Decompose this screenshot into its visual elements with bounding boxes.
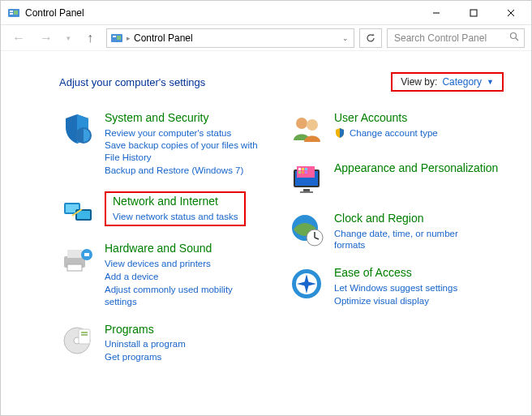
link-uninstall-program[interactable]: Uninstall a program (105, 338, 186, 350)
titlebar: Control Panel (1, 1, 531, 25)
category-hardware-sound: Hardware and Sound View devices and prin… (59, 242, 274, 307)
svg-rect-40 (303, 189, 310, 191)
svg-rect-9 (113, 36, 116, 37)
category-title[interactable]: Programs (105, 323, 186, 337)
category-title[interactable]: User Accounts (334, 111, 438, 126)
left-column: System and Security Review your computer… (59, 111, 274, 378)
svg-rect-38 (302, 171, 304, 174)
svg-rect-3 (14, 11, 18, 15)
viewby-value: Category (442, 76, 482, 88)
svg-point-29 (296, 118, 307, 129)
category-title[interactable]: Clock and Region (334, 212, 488, 226)
link-get-programs[interactable]: Get programs (105, 351, 186, 363)
viewby-label: View by: (401, 76, 437, 88)
category-network-internet: Network and Internet View network status… (59, 191, 274, 227)
svg-rect-27 (81, 332, 88, 333)
svg-rect-39 (305, 171, 307, 174)
chevron-down-icon: ▼ (487, 78, 494, 86)
svg-rect-20 (67, 250, 82, 258)
chevron-right-icon: ▸ (127, 34, 131, 42)
svg-rect-36 (305, 168, 307, 170)
svg-point-30 (307, 119, 318, 131)
svg-rect-23 (84, 253, 89, 256)
search-box[interactable] (387, 28, 525, 48)
network-icon (59, 191, 95, 227)
svg-point-48 (304, 281, 309, 286)
category-clock-region: Clock and Region Change date, time, or n… (289, 212, 504, 251)
content: Adjust your computer's settings View by:… (1, 51, 531, 394)
address-bar: ← → ▾ ↑ ▸ Control Panel ⌄ (1, 25, 531, 51)
svg-rect-5 (470, 10, 477, 16)
globe-clock-icon (289, 212, 324, 247)
page-heading: Adjust your computer's settings (59, 76, 205, 88)
svg-line-12 (516, 38, 518, 41)
link-optimize-display[interactable]: Optimize visual display (334, 295, 457, 307)
svg-rect-26 (79, 329, 90, 344)
disc-icon (59, 323, 95, 358)
breadcrumb-text: Control Panel (134, 32, 193, 44)
search-icon (509, 32, 519, 44)
link-file-history[interactable]: Save backup copies of your files with Fi… (105, 139, 259, 164)
ease-of-access-icon (289, 266, 324, 302)
breadcrumb[interactable]: ▸ Control Panel ⌄ (106, 28, 354, 48)
category-system-security: System and Security Review your computer… (59, 111, 274, 177)
printer-icon (59, 242, 95, 277)
minimize-button[interactable] (418, 2, 455, 24)
link-mobility-settings[interactable]: Adjust commonly used mobility settings (105, 284, 259, 308)
svg-rect-21 (67, 264, 82, 271)
breadcrumb-icon (110, 32, 123, 45)
link-backup-restore[interactable]: Backup and Restore (Windows 7) (105, 165, 259, 177)
category-programs: Programs Uninstall a program Get program… (59, 323, 274, 363)
svg-rect-1 (10, 11, 13, 12)
category-user-accounts: User Accounts Change account type (289, 111, 504, 147)
link-change-account-type[interactable]: Change account type (334, 127, 438, 140)
svg-point-11 (511, 33, 517, 39)
category-title[interactable]: System and Security (105, 111, 259, 126)
category-appearance: Appearance and Personalization (289, 161, 504, 197)
users-icon (289, 111, 324, 147)
link-devices-printers[interactable]: View devices and printers (105, 258, 259, 270)
chevron-down-icon[interactable]: ⌄ (342, 34, 349, 42)
svg-rect-35 (302, 168, 304, 170)
category-title[interactable]: Hardware and Sound (105, 242, 259, 256)
svg-rect-37 (298, 171, 301, 174)
close-button[interactable] (492, 2, 530, 24)
link-review-status[interactable]: Review your computer's status (105, 127, 259, 139)
forward-button[interactable]: → (35, 28, 58, 48)
category-title[interactable]: Appearance and Personalization (334, 161, 498, 176)
monitor-icon (289, 161, 324, 197)
category-ease-of-access: Ease of Access Let Windows suggest setti… (289, 266, 504, 307)
back-button[interactable]: ← (7, 28, 30, 48)
shield-small-icon (334, 127, 347, 140)
link-add-device[interactable]: Add a device (105, 271, 259, 283)
right-column: User Accounts Change account type Appear… (289, 111, 504, 378)
svg-rect-10 (117, 36, 121, 40)
link-suggest-settings[interactable]: Let Windows suggest settings (334, 282, 457, 294)
search-input[interactable] (393, 32, 519, 45)
window-title: Control Panel (25, 7, 84, 19)
link-date-time-formats[interactable]: Change date, time, or number formats (334, 228, 488, 252)
history-dropdown[interactable]: ▾ (62, 28, 74, 48)
svg-rect-2 (10, 13, 13, 15)
maximize-button[interactable] (455, 2, 492, 24)
category-title[interactable]: Network and Internet (113, 195, 238, 209)
link-network-status[interactable]: View network status and tasks (113, 211, 238, 223)
shield-icon (59, 111, 95, 147)
view-by-selector[interactable]: View by: Category ▼ (391, 72, 504, 92)
category-title[interactable]: Ease of Access (334, 266, 457, 281)
svg-rect-34 (298, 168, 301, 170)
up-button[interactable]: ↑ (79, 28, 101, 48)
svg-rect-41 (300, 191, 313, 193)
refresh-button[interactable] (359, 28, 382, 48)
app-icon (7, 6, 20, 19)
svg-rect-28 (81, 334, 88, 336)
